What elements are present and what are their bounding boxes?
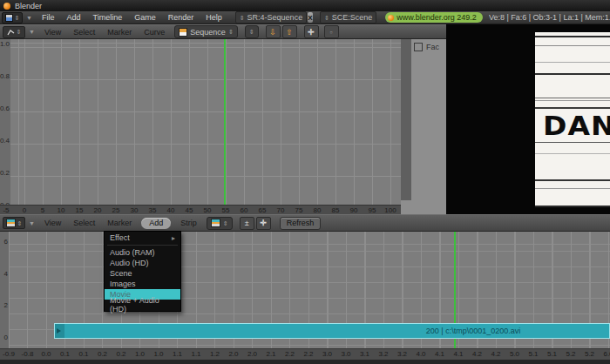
menu-curve[interactable]: Curve	[138, 28, 171, 37]
menu-help[interactable]: Help	[200, 13, 228, 22]
blender-logo-icon	[3, 3, 10, 10]
axis-tick: 3.2	[378, 350, 388, 358]
movie-strip[interactable]: 200 | c:\tmp\0001_0200.avi	[54, 323, 610, 339]
menu-item-movie-audio-hd-[interactable]: Movie + Audio (HD)	[105, 300, 180, 310]
paste-from-buffer-button[interactable]: ⇧	[282, 25, 297, 38]
menu-item-label: Movie + Audio (HD)	[110, 296, 175, 313]
menu-timeline[interactable]: Timeline	[86, 13, 128, 22]
ipo-scrollbar[interactable]	[401, 39, 411, 200]
editor-type-dropdown[interactable]: ⇕	[3, 26, 25, 38]
axis-tick: 4.1	[453, 350, 463, 358]
axis-tick: 1.2	[210, 350, 220, 358]
updown-arrows-icon: ⇕	[15, 15, 20, 21]
axis-tick: 4	[4, 270, 8, 278]
axis-tick: 5	[41, 206, 44, 214]
editor-type-dropdown[interactable]: ⇕	[2, 12, 23, 24]
paper-rule-line	[535, 36, 610, 37]
header-collapse-icon[interactable]: ▼	[25, 220, 38, 226]
menu-select[interactable]: Select	[67, 28, 101, 37]
ipo-grid-area[interactable]	[10, 39, 401, 205]
menu-strip[interactable]: Strip	[174, 219, 203, 227]
axis-tick: 4.2	[472, 350, 482, 358]
menu-file[interactable]: File	[36, 13, 61, 22]
axis-tick: 1.0	[153, 350, 163, 358]
menu-item-images[interactable]: Images	[105, 279, 180, 289]
menu-view[interactable]: View	[38, 219, 67, 227]
updown-arrows-icon: ⇕	[240, 15, 245, 21]
axis-tick: 90	[350, 206, 358, 214]
paper-rule-line	[535, 100, 610, 101]
menu-render[interactable]: Render	[162, 13, 200, 22]
channel-menu-dropdown[interactable]: ⇕	[245, 25, 259, 38]
axis-tick: 80	[314, 206, 322, 214]
paper-rule-line	[535, 107, 610, 109]
menu-separator	[107, 245, 178, 246]
axis-tick: 2.2	[285, 350, 295, 358]
axis-tick: 0.1	[60, 350, 70, 358]
header-collapse-icon[interactable]: ▼	[23, 15, 36, 21]
axis-tick: 2.0	[228, 350, 238, 358]
menu-marker[interactable]: Marker	[101, 28, 138, 37]
axis-tick: 40	[167, 206, 175, 214]
axis-tick: 0.1	[78, 350, 88, 358]
editor-type-dropdown[interactable]: ⇕	[3, 217, 25, 229]
axis-tick: 5.1	[528, 350, 538, 358]
ipo-type-dropdown[interactable]: Sequence ⇕	[174, 25, 237, 38]
axis-tick: 2.0	[247, 350, 257, 358]
menu-game[interactable]: Game	[128, 13, 162, 22]
menu-item-effect[interactable]: Effect▸	[105, 233, 180, 243]
curve-editor-icon	[7, 28, 15, 36]
header-collapse-icon[interactable]: ▼	[25, 29, 38, 35]
scene-selector-value: SCE:Scene	[332, 13, 373, 22]
view-pan-button[interactable]: ✛	[256, 217, 271, 230]
extra-tool-button[interactable]: ▫	[324, 25, 339, 38]
scene-selector[interactable]: ⇕ SCE:Scene	[320, 11, 376, 24]
axis-tick: 2.2	[303, 350, 313, 358]
axis-tick: 2	[4, 301, 8, 309]
scene-statistics: Ve:8 | Fa:6 | Ob:3-1 | La:1 | Mem:1.42M …	[489, 13, 610, 22]
menu-item-label: Images	[110, 280, 136, 288]
menu-view[interactable]: View	[38, 28, 67, 37]
channel-fac[interactable]: Fac	[414, 43, 439, 51]
paper-rule-line	[535, 45, 610, 46]
display-mode-dropdown[interactable]: ⇕	[207, 217, 233, 230]
version-text: www.blender.org 249.2	[396, 13, 477, 22]
zoom-border-button[interactable]: ±	[240, 217, 254, 230]
strip-label: 200 | c:\tmp\0001_0200.avi	[360, 327, 586, 335]
axis-tick: 6.0	[603, 350, 610, 358]
ipo-type-value: Sequence	[190, 28, 226, 37]
refresh-button[interactable]: Refresh	[280, 217, 322, 230]
menu-item-scene[interactable]: Scene	[105, 268, 180, 279]
channel-checkbox[interactable]	[414, 43, 423, 51]
copy-to-buffer-button[interactable]: ⇩	[266, 25, 281, 38]
menu-item-audio-ram-[interactable]: Audio (RAM)	[105, 247, 180, 258]
video-frame-text: DAN	[543, 111, 610, 142]
ipo-channel-panel: Fac	[401, 39, 446, 214]
axis-tick: 10	[58, 206, 65, 214]
updown-arrows-icon: ⇕	[228, 29, 234, 35]
view-pan-button[interactable]: ✛	[304, 25, 319, 38]
vse-header: ⇕ ▼ View Select Marker Add Strip ⇕ ± ✛ R…	[0, 214, 610, 232]
menu-add-active[interactable]: Add	[141, 218, 171, 229]
screen-selector[interactable]: ⇕ SR:4-Sequence	[235, 11, 307, 24]
info-editor-icon	[5, 14, 13, 22]
menu-add[interactable]: Add	[60, 13, 86, 22]
screen-delete-button[interactable]: X	[308, 12, 313, 23]
axis-tick: 0.4	[0, 137, 10, 145]
menu-select[interactable]: Select	[67, 219, 101, 227]
menu-item-audio-hd-[interactable]: Audio (HD)	[105, 258, 180, 268]
paper-rule-line	[535, 98, 610, 98]
main-menu-bar: ⇕ ▼ File Add Timeline Game Render Help ⇕…	[0, 11, 610, 24]
version-badge: www.blender.org 249.2	[385, 12, 483, 23]
axis-tick: 0	[4, 334, 8, 341]
image-display-icon	[211, 219, 220, 227]
axis-tick: 55	[222, 206, 230, 214]
axis-tick: 5.0	[510, 350, 519, 358]
paper-rule-line	[535, 73, 610, 75]
strip-left-handle[interactable]	[55, 324, 64, 338]
axis-tick: 20	[94, 206, 102, 214]
menu-marker[interactable]: Marker	[101, 219, 138, 227]
axis-tick: 1.1	[173, 350, 182, 358]
channel-label: Fac	[426, 43, 439, 51]
axis-tick: 6	[4, 238, 8, 246]
